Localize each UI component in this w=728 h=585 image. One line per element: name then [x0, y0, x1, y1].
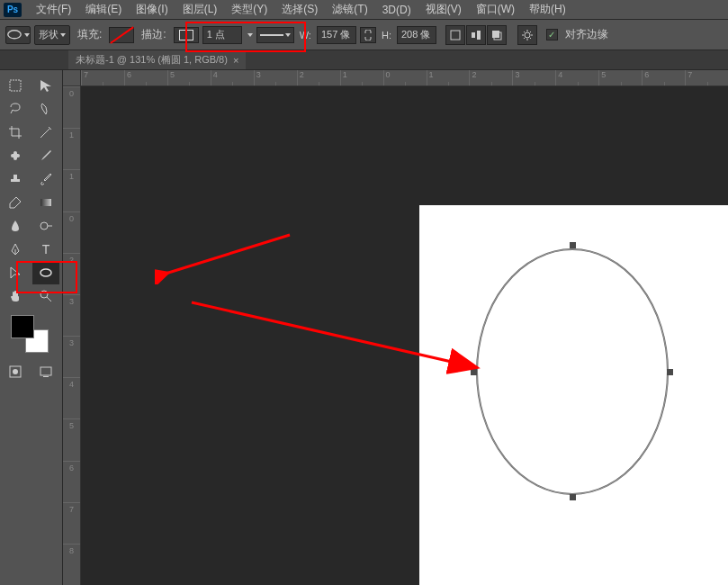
tool-preset-caret-icon [24, 33, 30, 37]
ellipse-shape-tool-icon[interactable] [32, 261, 59, 284]
menu-filter[interactable]: 滤镜(T) [325, 0, 374, 19]
menu-edit[interactable]: 编辑(E) [78, 0, 129, 19]
pen-tool-icon[interactable] [2, 238, 29, 261]
ruler-tick: 4 [555, 70, 598, 86]
lasso-tool-icon[interactable] [2, 97, 29, 121]
svg-rect-1 [451, 31, 460, 40]
hand-tool-icon[interactable] [2, 284, 29, 308]
ruler-horizontal[interactable]: 7 6 5 4 3 2 1 0 1 2 3 4 5 6 7 [81, 70, 728, 86]
ellipse-shape-path[interactable] [473, 245, 671, 499]
ruler-tick: 6 [63, 461, 80, 502]
stroke-swatch[interactable] [174, 27, 199, 43]
color-swatches[interactable] [11, 315, 49, 353]
shape-options-gear-icon[interactable] [517, 25, 537, 45]
checkmark-icon: ✓ [548, 30, 555, 40]
menu-3d[interactable]: 3D(D) [375, 2, 418, 18]
anchor-point[interactable] [471, 369, 477, 375]
gradient-tool-icon[interactable] [32, 191, 59, 214]
path-select-tool-icon[interactable] [2, 261, 29, 284]
svg-rect-3 [477, 31, 481, 40]
menu-image[interactable]: 图像(I) [129, 0, 175, 19]
anchor-point[interactable] [570, 494, 576, 500]
ruler-tick: 5 [63, 418, 80, 460]
svg-line-21 [166, 235, 290, 274]
blur-tool-icon[interactable] [2, 214, 29, 238]
path-align-button[interactable] [466, 25, 486, 45]
ruler-tick: 7 [685, 70, 728, 86]
toolbox: T [0, 70, 63, 585]
healing-tool-icon[interactable] [2, 144, 29, 167]
tab-title: 未标题-1 @ 131% (椭圆 1, RGB/8) [76, 53, 228, 67]
path-arrange-button[interactable] [487, 25, 507, 45]
stroke-line-icon [260, 34, 283, 36]
tab-close-icon[interactable]: × [233, 55, 238, 66]
quickmask-icon[interactable] [2, 360, 29, 383]
ruler-tick: 4 [211, 70, 254, 86]
ruler-tick: 1 [340, 70, 383, 86]
fill-label: 填充: [77, 27, 102, 42]
active-tool-ellipse-icon[interactable] [5, 26, 31, 44]
ruler-tick: 8 [63, 544, 80, 585]
brush-tool-icon[interactable] [32, 144, 59, 167]
ruler-tick: 2 [63, 253, 80, 294]
height-input[interactable] [397, 26, 436, 44]
quick-select-tool-icon[interactable] [32, 97, 59, 121]
fg-color-swatch[interactable] [11, 315, 34, 338]
svg-point-19 [477, 249, 668, 494]
svg-point-0 [8, 31, 21, 39]
stroke-width-input[interactable] [202, 26, 242, 44]
svg-text:T: T [42, 242, 50, 256]
app-logo[interactable]: Ps [4, 3, 22, 17]
svg-rect-9 [13, 151, 17, 160]
width-input[interactable] [317, 26, 356, 44]
ruler-tick: 0 [383, 70, 427, 86]
align-edges-checkbox[interactable]: ✓ [546, 29, 558, 40]
eyedropper-tool-icon[interactable] [32, 121, 59, 144]
ruler-tick: 1 [63, 169, 80, 211]
link-wh-icon[interactable] [360, 27, 376, 43]
menu-type[interactable]: 类型(Y) [224, 0, 274, 19]
stamp-tool-icon[interactable] [2, 167, 29, 191]
menu-select[interactable]: 选择(S) [274, 0, 325, 19]
ruler-origin[interactable] [63, 70, 81, 86]
tool-mode-select[interactable]: 形状 [34, 25, 70, 45]
zoom-tool-icon[interactable] [32, 284, 59, 308]
ruler-tick: 4 [63, 377, 80, 418]
menu-window[interactable]: 窗口(W) [469, 0, 522, 19]
ruler-tick: 1 [63, 128, 80, 169]
svg-point-16 [13, 369, 18, 374]
ruler-tick: 5 [598, 70, 642, 86]
menu-layer[interactable]: 图层(L) [175, 0, 225, 19]
ruler-vertical[interactable]: 0 1 1 0 2 3 3 4 5 6 7 8 [63, 86, 81, 585]
stroke-label: 描边: [141, 27, 166, 42]
anchor-point[interactable] [570, 242, 576, 248]
eraser-tool-icon[interactable] [2, 191, 29, 214]
menu-file[interactable]: 文件(F) [29, 0, 78, 19]
fill-swatch[interactable] [109, 27, 134, 43]
align-edges-label: 对齐边缘 [565, 27, 608, 42]
path-op-button[interactable] [445, 25, 465, 45]
svg-point-20 [477, 249, 668, 494]
dodge-tool-icon[interactable] [32, 214, 59, 238]
caret-down-icon[interactable] [247, 33, 253, 37]
ruler-tick: 2 [297, 70, 340, 86]
document-tab[interactable]: 未标题-1 @ 131% (椭圆 1, RGB/8) × [68, 50, 246, 69]
anchor-point[interactable] [667, 369, 673, 375]
stroke-style-select[interactable] [256, 27, 294, 43]
ruler-tick: 7 [81, 70, 124, 86]
history-brush-tool-icon[interactable] [32, 167, 59, 191]
svg-point-13 [40, 269, 51, 276]
tool-mode-label: 形状 [39, 28, 58, 41]
move-tool-icon[interactable] [32, 74, 59, 97]
crop-tool-icon[interactable] [2, 121, 29, 144]
menu-help[interactable]: 帮助(H) [522, 0, 573, 19]
screenmode-icon[interactable] [32, 360, 59, 383]
ruler-tick: 3 [512, 70, 555, 86]
canvas-area[interactable]: 7 6 5 4 3 2 1 0 1 2 3 4 5 6 7 0 1 1 0 2 … [63, 70, 728, 585]
menu-view[interactable]: 视图(V) [418, 0, 469, 19]
height-label: H: [382, 30, 391, 40]
marquee-tool-icon[interactable] [2, 74, 29, 97]
type-tool-icon[interactable]: T [32, 238, 59, 261]
svg-point-11 [40, 222, 48, 230]
svg-rect-18 [43, 376, 49, 377]
